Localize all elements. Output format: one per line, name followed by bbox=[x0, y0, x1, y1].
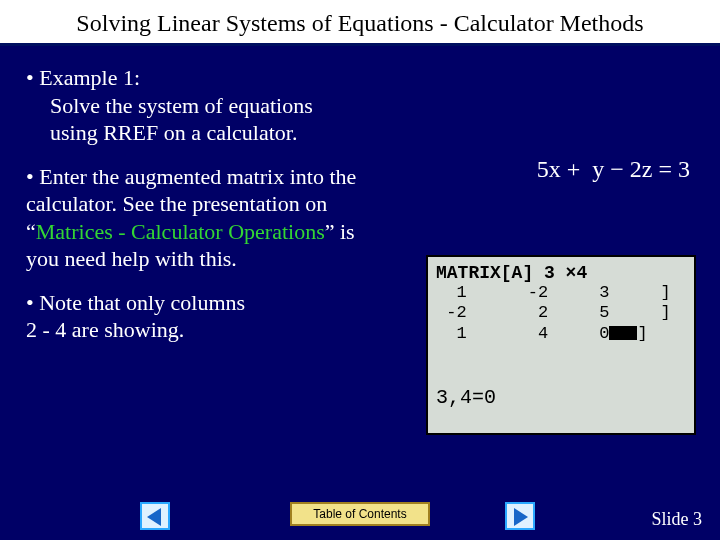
bullet-text: • Note that only columns bbox=[26, 290, 245, 315]
page-title: Solving Linear Systems of Equations - Ca… bbox=[14, 10, 706, 37]
calc-row-text: 1 4 0 bbox=[436, 324, 609, 343]
prev-button[interactable] bbox=[140, 502, 170, 530]
bullet-text: using RREF on a calculator. bbox=[50, 119, 297, 147]
calc-status: 3,4=0 bbox=[436, 386, 686, 409]
nav-bar: Table of Contents bbox=[0, 500, 720, 530]
calc-row: -2 2 5 ] bbox=[436, 303, 686, 323]
bullet-enter-matrix: • Enter the augmented matrix into the ca… bbox=[26, 163, 386, 273]
bullet-text: 2 - 4 are showing. bbox=[26, 317, 184, 342]
slide-number: Slide 3 bbox=[651, 509, 702, 530]
equation-row: 5x + y − 2z = 3 bbox=[523, 153, 690, 187]
link-matrices-presentation[interactable]: Matrices - Calculator Operations bbox=[36, 219, 325, 244]
calculator-screen: MATRIX[A] 3 ×4 1 -2 3 ] -2 2 5 ] 1 4 0] … bbox=[426, 255, 696, 435]
calc-header: MATRIX[A] 3 ×4 bbox=[436, 263, 686, 283]
bullet-example: • Example 1: Solve the system of equatio… bbox=[26, 64, 396, 147]
toc-button[interactable]: Table of Contents bbox=[290, 502, 430, 526]
bullet-note-columns: • Note that only columns 2 - 4 are showi… bbox=[26, 289, 326, 344]
cursor-icon bbox=[609, 326, 637, 340]
calc-row-text: ] bbox=[637, 324, 647, 343]
slide: Solving Linear Systems of Equations - Ca… bbox=[0, 0, 720, 540]
bullet-text: Solve the system of equations bbox=[50, 92, 313, 120]
next-button[interactable] bbox=[505, 502, 535, 530]
bullet-text: • Example 1: bbox=[26, 65, 140, 90]
calc-row: 1 -2 3 ] bbox=[436, 283, 686, 303]
title-bar: Solving Linear Systems of Equations - Ca… bbox=[0, 0, 720, 46]
calc-row: 1 4 0] bbox=[436, 324, 686, 344]
